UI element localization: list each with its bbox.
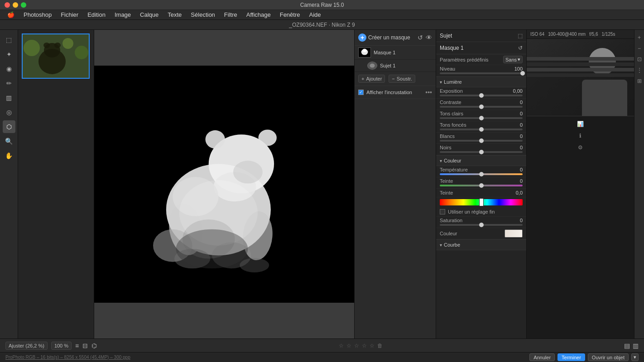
thumbnail-item[interactable] [22,33,90,79]
refresh-icon[interactable]: ↺ [418,34,423,41]
saturation-slider[interactable] [440,224,523,226]
noirs-label: Noirs [440,145,452,150]
lumiere-title: Lumière [444,79,462,85]
tons-fonces-slider[interactable] [440,129,523,130]
exposition-slider[interactable] [440,95,523,96]
menu-fichier[interactable]: Fichier [57,10,82,20]
eye-icon[interactable]: 👁 [426,34,432,41]
sujet1-item[interactable]: Sujet 1 [355,60,436,72]
sujet-edit-icon[interactable]: ⬚ [518,33,523,39]
tool-crop[interactable]: ⬚ [3,33,15,46]
create-mask-button[interactable]: + Créer un masque [358,33,410,42]
masque1-label: Masque 1 [374,50,395,55]
settings-icon[interactable]: ⚙ [577,143,585,152]
incrustation-checkbox[interactable] [358,90,364,95]
ajouter-button[interactable]: + Ajouter [358,75,385,83]
tool-gradient[interactable]: ▥ [3,91,15,104]
soustraire-button[interactable]: − Soustr. [389,75,415,83]
list-icon[interactable]: ≡ [75,342,79,349]
star-5[interactable]: ☆ [370,343,375,349]
grid-side-icon[interactable]: ⊞ [635,77,644,85]
tool-redeye[interactable]: ◉ [3,62,15,75]
params-predefs-dropdown[interactable]: Sans ▾ [503,56,523,63]
tons-clairs-slider[interactable] [440,117,523,119]
menu-image[interactable]: Image [111,10,135,20]
lumiere-section[interactable]: ▾ Lumière [436,76,526,87]
ouvrir-objet-button[interactable]: Ouvrir un objet [588,353,629,361]
tint-gradient-bar[interactable] [440,199,523,205]
color-swatch[interactable] [505,229,523,238]
contraste-slider-row: Contraste 0 [436,99,526,110]
contraste-slider[interactable] [440,106,523,108]
menu-calque[interactable]: Calque [136,10,162,20]
menu-aide[interactable]: Aide [306,10,325,20]
params-predefs-value: Sans [505,57,517,62]
temperature-slider[interactable] [440,173,523,175]
tons-fonces-slider-row: Tons foncés 0 [436,121,526,133]
svg-point-3 [43,43,50,48]
masque1-reset-icon[interactable]: ↺ [518,45,523,51]
maximize-button[interactable] [21,2,26,8]
courbe-section[interactable]: ▾ Courbe [436,239,526,250]
footer-info[interactable]: ProPhoto RGB – 16 bits(s) – 8256 x 5504 … [5,355,130,360]
terminer-button[interactable]: Terminer [557,353,585,361]
filter-icon[interactable]: ⊟ [82,342,88,349]
titlebar: Camera Raw 15.0 [0,0,644,10]
fit-icon[interactable]: ⊡ [635,55,644,63]
tool-brush[interactable]: ✏ [3,77,15,90]
tons-clairs-label: Tons clairs [440,111,463,116]
zoom-out-icon[interactable]: − [635,44,644,52]
histogram-icon[interactable]: 📊 [577,120,585,128]
teinte-slider[interactable] [440,185,523,186]
svg-point-11 [205,130,225,148]
sort-icon[interactable]: ⌬ [91,342,97,349]
dots-icon[interactable]: ⋮ [635,66,644,74]
apple-menu[interactable]: 🍎 [4,10,18,20]
masque1-item[interactable]: Masque 1 [355,46,436,60]
tool-zoom[interactable]: 🔍 [3,135,15,148]
tool-heal[interactable]: ✦ [3,48,15,61]
exposition-label: Exposition [440,88,463,94]
minimize-button[interactable] [13,2,18,8]
noirs-slider[interactable] [440,151,523,153]
star-4[interactable]: ☆ [362,343,367,349]
tool-mask[interactable]: ⬡ [3,120,15,133]
svg-point-27 [362,49,366,52]
zoom-in-icon[interactable]: + [635,33,644,42]
more-options-icon[interactable]: ••• [425,89,432,96]
menu-selection[interactable]: Sélection [187,10,218,20]
temperature-value: 0 [520,167,523,172]
svg-point-18 [233,161,263,184]
canvas-area[interactable] [94,30,354,338]
plus-small-icon: + [361,76,364,81]
menu-affichage[interactable]: Affichage [243,10,274,20]
menu-photoshop[interactable]: Photoshop [20,10,55,20]
niveau-slider[interactable] [440,72,523,74]
tool-hand[interactable]: ✋ [3,149,15,162]
couleur-section[interactable]: ▾ Couleur [436,155,526,166]
params-predefs-row: Paramètres prédéfinis Sans ▾ [436,54,526,65]
tool-radial[interactable]: ◎ [3,106,15,119]
menu-texte[interactable]: Texte [164,10,185,20]
blancs-slider[interactable] [440,140,523,142]
zoom-button[interactable]: 100 % [51,342,72,350]
svg-point-4 [54,43,61,48]
delete-rating-icon[interactable]: 🗑 [377,343,383,349]
right-tools-panel: 📊 ℹ ⚙ [527,116,634,338]
webcam-video [527,39,634,116]
star-2[interactable]: ☆ [346,343,351,349]
star-1[interactable]: ☆ [339,343,344,349]
grid-view-icon[interactable]: ▤ [624,342,630,349]
contraste-label: Contraste [440,100,461,105]
menu-edition[interactable]: Edition [84,10,109,20]
menu-filtre[interactable]: Filtre [221,10,241,20]
star-3[interactable]: ☆ [354,343,359,349]
ajuster-button[interactable]: Ajuster (26,2 %) [5,342,48,350]
menu-fenetre[interactable]: Fenêtre [276,10,304,20]
fine-adjustment-checkbox[interactable] [440,209,445,214]
ouvrir-dropdown-arrow[interactable]: ▾ [631,353,639,361]
compare-view-icon[interactable]: ▥ [633,342,639,349]
close-button[interactable] [5,2,10,8]
annuler-button[interactable]: Annuler [529,353,555,361]
info-icon[interactable]: ℹ [577,132,585,140]
